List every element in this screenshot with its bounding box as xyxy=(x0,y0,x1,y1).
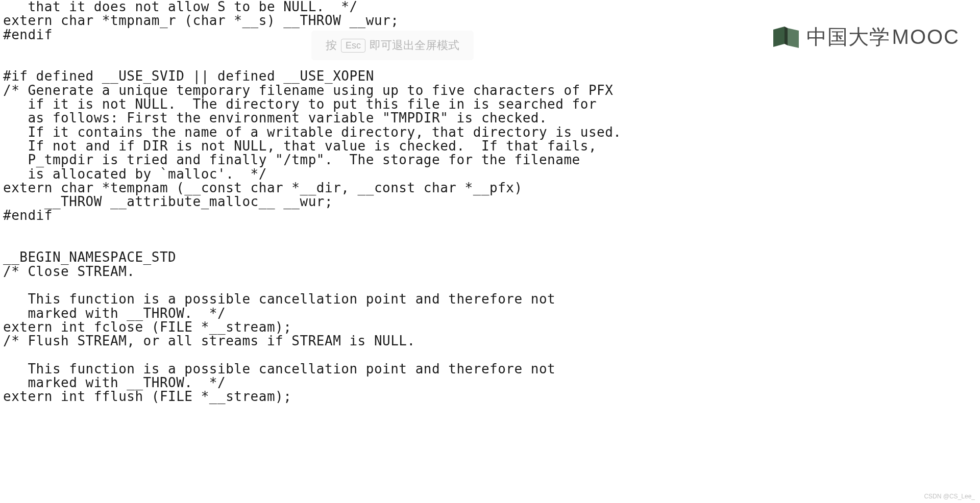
hint-prefix: 按 xyxy=(326,38,337,53)
logo-text-en: MOOC xyxy=(892,26,960,48)
code-content: that it does not allow S to be NULL. */ … xyxy=(0,0,980,404)
logo-text: 中国大学 MOOC xyxy=(806,23,960,51)
hint-suffix: 即可退出全屏模式 xyxy=(370,38,459,53)
fullscreen-exit-hint: 按 Esc 即可退出全屏模式 xyxy=(311,31,474,60)
esc-keycap: Esc xyxy=(341,39,365,53)
mooc-logo: 中国大学 MOOC xyxy=(773,23,960,51)
book-icon xyxy=(773,27,801,48)
logo-text-cn: 中国大学 xyxy=(806,23,890,51)
csdn-watermark: CSDN @CS_Lee_ xyxy=(924,493,975,500)
